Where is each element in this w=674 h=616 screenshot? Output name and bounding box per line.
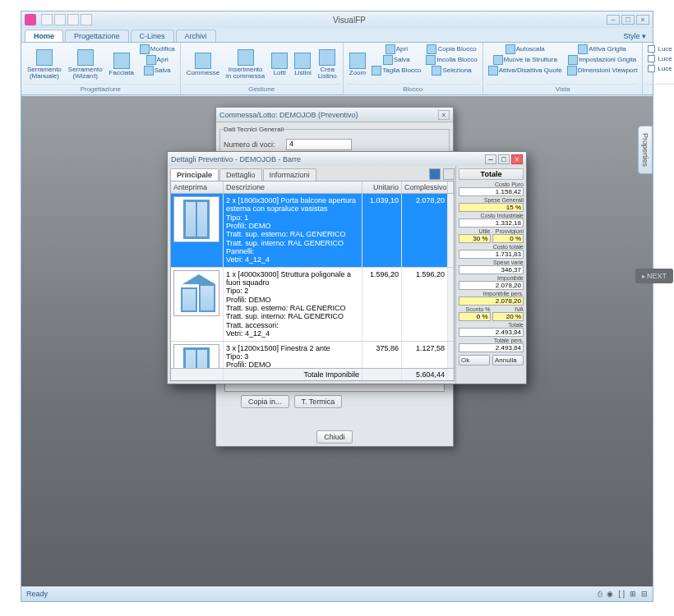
ribbon-button[interactable]: Salva <box>138 66 177 76</box>
close-icon[interactable]: × <box>438 110 450 120</box>
total-value[interactable]: 15 % <box>459 203 524 212</box>
app-icon <box>25 14 36 25</box>
row-description: 1 x [4000x3000] Struttura poligonale a f… <box>224 268 362 341</box>
total-value[interactable]: 346,37 <box>459 265 524 274</box>
foot-value: 5.604,44 <box>402 369 448 380</box>
status-text: Ready <box>26 590 48 598</box>
ribbon-button[interactable]: Incolla Blocco <box>424 55 478 65</box>
tab-archivi[interactable]: Archivi <box>176 30 216 42</box>
ribbon-button[interactable]: Muove la Struttura <box>487 55 564 65</box>
maximize-button[interactable]: □ <box>621 15 635 25</box>
ok-button[interactable]: Ok <box>459 355 490 365</box>
close-icon[interactable]: × <box>511 154 523 164</box>
row-unit: 1.596,20 <box>362 268 402 341</box>
ribbon-button[interactable]: Facciata <box>107 44 136 84</box>
row-comp: 1.127,58 <box>402 342 448 369</box>
ribbon-button[interactable]: Impostazioni Griglia <box>566 55 639 65</box>
ribbon-button[interactable]: Listini <box>292 44 313 84</box>
chiudi-button[interactable]: Chiudi <box>316 430 353 444</box>
tab-home[interactable]: Home <box>25 30 63 42</box>
close-button[interactable]: × <box>636 15 649 25</box>
tab-informazioni[interactable]: Informazioni <box>263 168 316 181</box>
ribbon-button[interactable]: Serramento(Manuale) <box>25 44 64 84</box>
total-value[interactable]: 2.493,84 <box>459 328 524 337</box>
ribbon-button[interactable]: Attiva/Disattiva Quote <box>487 66 564 76</box>
row-comp: 1.596,20 <box>402 268 448 341</box>
dettagli-title: Dettagli Preventivo - DEMOJOB - Barre <box>171 155 485 163</box>
col-unitario: Unitario <box>362 182 402 193</box>
row-description: 2 x [1800x3000] Porta balcone apertura e… <box>224 194 362 267</box>
col-anteprima: Anteprima <box>171 182 224 193</box>
total-value[interactable]: 1.158,42 <box>459 187 524 196</box>
quick-access-toolbar <box>41 14 92 25</box>
tab-progettazione[interactable]: Progettazione <box>65 30 129 42</box>
table-row[interactable]: 3 x [1200x1500] Finestra 2 anteTipo: 3Pr… <box>171 342 454 369</box>
table-row[interactable]: 2 x [1800x3000] Porta balcone apertura e… <box>171 194 454 268</box>
tab-clines[interactable]: C-Lines <box>131 30 174 42</box>
ribbon-button[interactable]: Apri <box>138 55 177 65</box>
workspace: Properties ▸ NEXT Commessa/Lotto: DEMOJO… <box>21 96 653 586</box>
total-value[interactable]: 2.493,84 <box>459 343 524 352</box>
ribbon-button[interactable]: Modifica <box>138 44 177 54</box>
qat-btn[interactable] <box>54 14 66 25</box>
status-icon[interactable]: ⊞ <box>630 590 636 598</box>
ribbon-button[interactable]: Inserimentoin commessa <box>224 44 267 84</box>
row-unit: 1.039,10 <box>362 194 402 267</box>
total-value[interactable]: 2.078,20 <box>459 281 524 290</box>
ribbon-tabs: Home Progettazione C-Lines Archivi Style… <box>21 28 653 43</box>
table-row[interactable]: 1 x [4000x3000] Struttura poligonale a f… <box>171 268 454 342</box>
total-value[interactable]: 1.731,83 <box>459 250 524 259</box>
tab-dettaglio[interactable]: Dettaglio <box>219 168 262 181</box>
qat-btn[interactable] <box>41 14 53 25</box>
commessa-title: Commessa/Lotto: DEMOJOB (Preventivo) <box>219 111 438 119</box>
qat-btn[interactable] <box>81 14 92 25</box>
preventivo-grid: Anteprima Descrizione Unitario Complessi… <box>170 181 455 381</box>
termica-button[interactable]: T. Termica <box>294 395 343 408</box>
style-dropdown[interactable]: Style ▾ <box>616 30 653 42</box>
section-label: Dati Tecnici Generali <box>224 126 284 133</box>
copia-button[interactable]: Copia in... <box>241 395 289 408</box>
totals-panel: Totale Costo Puro1.158,42Spese Generali1… <box>455 166 526 384</box>
ribbon-checkbox[interactable]: Luce da modello <box>646 64 674 73</box>
ribbon-button[interactable]: CreaListino <box>316 44 339 84</box>
status-bar: Ready ⎙ ◉ [ ] ⊞ ⊟ <box>21 586 653 601</box>
maximize-icon[interactable]: □ <box>498 154 510 164</box>
status-icon[interactable]: ⊟ <box>641 590 648 598</box>
num-voci-input[interactable]: 4 <box>286 139 352 150</box>
total-value[interactable]: 1.332,18 <box>459 218 524 228</box>
row-comp: 2.078,20 <box>402 194 448 267</box>
num-voci-label: Numero di voci: <box>224 140 281 149</box>
ribbon-button[interactable]: Apri <box>370 44 422 54</box>
minimize-button[interactable]: – <box>607 15 620 25</box>
ribbon-button[interactable]: Lotti <box>269 44 290 84</box>
ribbon-button[interactable]: Commesse <box>184 44 222 84</box>
annulla-button[interactable]: Annulla <box>492 355 524 365</box>
row-unit: 375,86 <box>362 342 402 369</box>
ribbon-button[interactable]: Copia Blocco <box>424 44 478 54</box>
tab-principale[interactable]: Principale <box>170 168 219 181</box>
minimize-icon[interactable]: – <box>485 154 496 164</box>
total-value[interactable]: 2.078,20 <box>459 297 524 306</box>
ribbon-button[interactable]: Seleziona <box>424 66 478 76</box>
status-icon[interactable]: ◉ <box>607 590 613 598</box>
ribbon-button[interactable]: Attiva Griglia <box>566 44 639 54</box>
ribbon-button[interactable]: Serramento(Wizard) <box>66 44 105 84</box>
ribbon-button[interactable]: Dimensioni Viewport <box>566 66 639 76</box>
ribbon-checkbox[interactable]: Luce a 4 lati in squadro <box>646 44 674 53</box>
properties-panel-tab[interactable]: Properties <box>638 126 653 174</box>
print-icon[interactable] <box>443 168 455 180</box>
next-button[interactable]: ▸ NEXT <box>635 269 673 283</box>
ribbon-button[interactable]: Salva <box>370 55 422 65</box>
col-complessivo: Complessivo <box>402 182 448 193</box>
ribbon-button[interactable]: Zoom <box>347 44 368 84</box>
status-icon[interactable]: ⎙ <box>598 590 602 598</box>
ribbon-button[interactable]: Autoscala <box>487 44 564 54</box>
ribbon: Serramento(Manuale)Serramento(Wizard)Fac… <box>21 43 653 95</box>
app-title: VisualFP <box>92 16 607 25</box>
info-icon[interactable] <box>429 168 441 180</box>
foot-label: Totale Imponibile <box>224 369 362 380</box>
ribbon-checkbox[interactable]: Luce poligonale <box>646 54 674 63</box>
qat-btn[interactable] <box>67 14 79 25</box>
ribbon-button[interactable]: Taglia Blocco <box>370 66 422 76</box>
status-icon[interactable]: [ ] <box>618 590 625 598</box>
